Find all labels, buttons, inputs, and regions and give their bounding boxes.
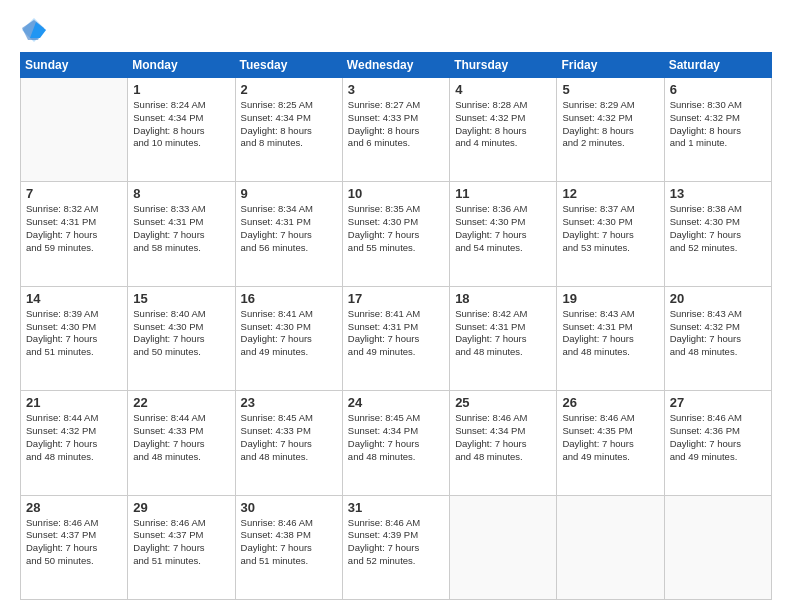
calendar-row-5: 28Sunrise: 8:46 AMSunset: 4:37 PMDayligh… xyxy=(21,495,772,599)
calendar-cell: 19Sunrise: 8:43 AMSunset: 4:31 PMDayligh… xyxy=(557,286,664,390)
day-number: 4 xyxy=(455,82,551,97)
calendar-row-2: 7Sunrise: 8:32 AMSunset: 4:31 PMDaylight… xyxy=(21,182,772,286)
day-number: 17 xyxy=(348,291,444,306)
day-number: 20 xyxy=(670,291,766,306)
logo xyxy=(20,16,52,44)
day-info: Sunrise: 8:33 AMSunset: 4:31 PMDaylight:… xyxy=(133,203,229,254)
calendar-cell: 12Sunrise: 8:37 AMSunset: 4:30 PMDayligh… xyxy=(557,182,664,286)
day-number: 13 xyxy=(670,186,766,201)
calendar-cell: 3Sunrise: 8:27 AMSunset: 4:33 PMDaylight… xyxy=(342,78,449,182)
day-number: 15 xyxy=(133,291,229,306)
calendar-cell: 10Sunrise: 8:35 AMSunset: 4:30 PMDayligh… xyxy=(342,182,449,286)
day-info: Sunrise: 8:44 AMSunset: 4:32 PMDaylight:… xyxy=(26,412,122,463)
day-number: 28 xyxy=(26,500,122,515)
day-info: Sunrise: 8:37 AMSunset: 4:30 PMDaylight:… xyxy=(562,203,658,254)
day-info: Sunrise: 8:46 AMSunset: 4:34 PMDaylight:… xyxy=(455,412,551,463)
calendar-cell: 13Sunrise: 8:38 AMSunset: 4:30 PMDayligh… xyxy=(664,182,771,286)
day-info: Sunrise: 8:46 AMSunset: 4:37 PMDaylight:… xyxy=(26,517,122,568)
header xyxy=(20,16,772,44)
calendar-cell: 18Sunrise: 8:42 AMSunset: 4:31 PMDayligh… xyxy=(450,286,557,390)
calendar-cell: 1Sunrise: 8:24 AMSunset: 4:34 PMDaylight… xyxy=(128,78,235,182)
day-info: Sunrise: 8:44 AMSunset: 4:33 PMDaylight:… xyxy=(133,412,229,463)
day-info: Sunrise: 8:34 AMSunset: 4:31 PMDaylight:… xyxy=(241,203,337,254)
calendar-cell: 31Sunrise: 8:46 AMSunset: 4:39 PMDayligh… xyxy=(342,495,449,599)
calendar-cell xyxy=(664,495,771,599)
day-info: Sunrise: 8:25 AMSunset: 4:34 PMDaylight:… xyxy=(241,99,337,150)
day-number: 6 xyxy=(670,82,766,97)
calendar-cell: 4Sunrise: 8:28 AMSunset: 4:32 PMDaylight… xyxy=(450,78,557,182)
day-number: 22 xyxy=(133,395,229,410)
day-number: 8 xyxy=(133,186,229,201)
col-header-tuesday: Tuesday xyxy=(235,53,342,78)
day-info: Sunrise: 8:46 AMSunset: 4:37 PMDaylight:… xyxy=(133,517,229,568)
calendar-cell: 2Sunrise: 8:25 AMSunset: 4:34 PMDaylight… xyxy=(235,78,342,182)
day-number: 7 xyxy=(26,186,122,201)
day-info: Sunrise: 8:24 AMSunset: 4:34 PMDaylight:… xyxy=(133,99,229,150)
day-number: 29 xyxy=(133,500,229,515)
day-info: Sunrise: 8:46 AMSunset: 4:35 PMDaylight:… xyxy=(562,412,658,463)
logo-icon xyxy=(20,16,48,44)
day-number: 31 xyxy=(348,500,444,515)
day-info: Sunrise: 8:45 AMSunset: 4:34 PMDaylight:… xyxy=(348,412,444,463)
day-info: Sunrise: 8:43 AMSunset: 4:31 PMDaylight:… xyxy=(562,308,658,359)
calendar-cell: 15Sunrise: 8:40 AMSunset: 4:30 PMDayligh… xyxy=(128,286,235,390)
day-number: 25 xyxy=(455,395,551,410)
calendar-cell xyxy=(21,78,128,182)
day-number: 21 xyxy=(26,395,122,410)
calendar-cell: 17Sunrise: 8:41 AMSunset: 4:31 PMDayligh… xyxy=(342,286,449,390)
day-info: Sunrise: 8:35 AMSunset: 4:30 PMDaylight:… xyxy=(348,203,444,254)
day-number: 9 xyxy=(241,186,337,201)
day-number: 14 xyxy=(26,291,122,306)
col-header-friday: Friday xyxy=(557,53,664,78)
day-number: 11 xyxy=(455,186,551,201)
calendar-table: SundayMondayTuesdayWednesdayThursdayFrid… xyxy=(20,52,772,600)
calendar-row-1: 1Sunrise: 8:24 AMSunset: 4:34 PMDaylight… xyxy=(21,78,772,182)
calendar-cell: 9Sunrise: 8:34 AMSunset: 4:31 PMDaylight… xyxy=(235,182,342,286)
calendar-cell: 29Sunrise: 8:46 AMSunset: 4:37 PMDayligh… xyxy=(128,495,235,599)
calendar-cell xyxy=(557,495,664,599)
calendar-cell: 6Sunrise: 8:30 AMSunset: 4:32 PMDaylight… xyxy=(664,78,771,182)
day-info: Sunrise: 8:32 AMSunset: 4:31 PMDaylight:… xyxy=(26,203,122,254)
calendar-cell: 27Sunrise: 8:46 AMSunset: 4:36 PMDayligh… xyxy=(664,391,771,495)
calendar-cell: 14Sunrise: 8:39 AMSunset: 4:30 PMDayligh… xyxy=(21,286,128,390)
day-info: Sunrise: 8:41 AMSunset: 4:30 PMDaylight:… xyxy=(241,308,337,359)
calendar-cell: 25Sunrise: 8:46 AMSunset: 4:34 PMDayligh… xyxy=(450,391,557,495)
col-header-wednesday: Wednesday xyxy=(342,53,449,78)
calendar-cell: 22Sunrise: 8:44 AMSunset: 4:33 PMDayligh… xyxy=(128,391,235,495)
day-info: Sunrise: 8:30 AMSunset: 4:32 PMDaylight:… xyxy=(670,99,766,150)
calendar-cell: 30Sunrise: 8:46 AMSunset: 4:38 PMDayligh… xyxy=(235,495,342,599)
calendar-cell: 11Sunrise: 8:36 AMSunset: 4:30 PMDayligh… xyxy=(450,182,557,286)
day-number: 16 xyxy=(241,291,337,306)
day-info: Sunrise: 8:46 AMSunset: 4:36 PMDaylight:… xyxy=(670,412,766,463)
day-info: Sunrise: 8:40 AMSunset: 4:30 PMDaylight:… xyxy=(133,308,229,359)
header-row: SundayMondayTuesdayWednesdayThursdayFrid… xyxy=(21,53,772,78)
day-number: 26 xyxy=(562,395,658,410)
day-number: 19 xyxy=(562,291,658,306)
day-info: Sunrise: 8:42 AMSunset: 4:31 PMDaylight:… xyxy=(455,308,551,359)
col-header-sunday: Sunday xyxy=(21,53,128,78)
day-info: Sunrise: 8:41 AMSunset: 4:31 PMDaylight:… xyxy=(348,308,444,359)
page: SundayMondayTuesdayWednesdayThursdayFrid… xyxy=(0,0,792,612)
calendar-cell: 8Sunrise: 8:33 AMSunset: 4:31 PMDaylight… xyxy=(128,182,235,286)
day-number: 24 xyxy=(348,395,444,410)
day-info: Sunrise: 8:46 AMSunset: 4:38 PMDaylight:… xyxy=(241,517,337,568)
calendar-cell: 16Sunrise: 8:41 AMSunset: 4:30 PMDayligh… xyxy=(235,286,342,390)
day-info: Sunrise: 8:46 AMSunset: 4:39 PMDaylight:… xyxy=(348,517,444,568)
calendar-cell: 24Sunrise: 8:45 AMSunset: 4:34 PMDayligh… xyxy=(342,391,449,495)
day-number: 30 xyxy=(241,500,337,515)
calendar-cell: 21Sunrise: 8:44 AMSunset: 4:32 PMDayligh… xyxy=(21,391,128,495)
day-info: Sunrise: 8:38 AMSunset: 4:30 PMDaylight:… xyxy=(670,203,766,254)
col-header-saturday: Saturday xyxy=(664,53,771,78)
day-number: 18 xyxy=(455,291,551,306)
day-number: 3 xyxy=(348,82,444,97)
calendar-cell: 28Sunrise: 8:46 AMSunset: 4:37 PMDayligh… xyxy=(21,495,128,599)
calendar-row-3: 14Sunrise: 8:39 AMSunset: 4:30 PMDayligh… xyxy=(21,286,772,390)
calendar-cell: 26Sunrise: 8:46 AMSunset: 4:35 PMDayligh… xyxy=(557,391,664,495)
day-info: Sunrise: 8:28 AMSunset: 4:32 PMDaylight:… xyxy=(455,99,551,150)
col-header-monday: Monday xyxy=(128,53,235,78)
day-info: Sunrise: 8:39 AMSunset: 4:30 PMDaylight:… xyxy=(26,308,122,359)
calendar-cell: 23Sunrise: 8:45 AMSunset: 4:33 PMDayligh… xyxy=(235,391,342,495)
day-info: Sunrise: 8:45 AMSunset: 4:33 PMDaylight:… xyxy=(241,412,337,463)
day-number: 12 xyxy=(562,186,658,201)
day-number: 23 xyxy=(241,395,337,410)
